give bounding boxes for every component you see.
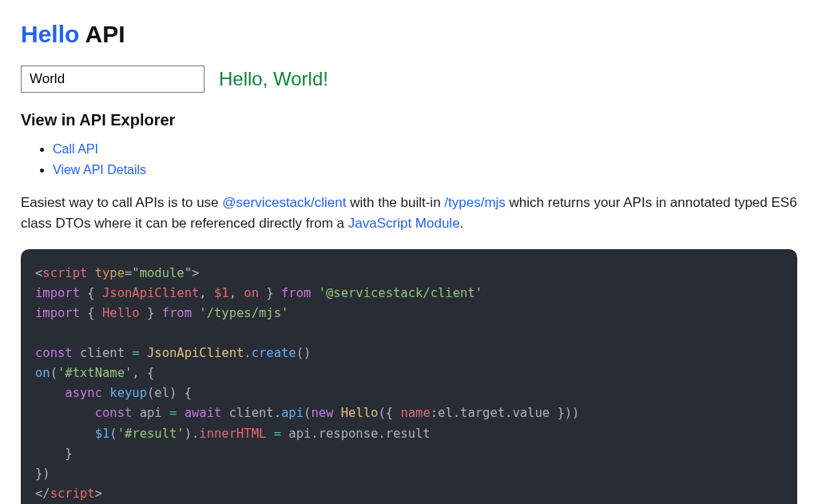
para-text: . — [460, 216, 464, 231]
intro-paragraph: Easiest way to call APIs is to use @serv… — [21, 192, 797, 235]
page-title: Hello API — [21, 16, 797, 52]
code-block: <script type="module"> import { JsonApiC… — [21, 249, 797, 504]
name-input[interactable] — [21, 65, 204, 93]
input-row: Hello, World! — [21, 65, 797, 93]
servicestack-client-link[interactable]: @servicestack/client — [222, 195, 346, 210]
explorer-links: Call API View API Details — [21, 140, 797, 180]
view-api-details-link[interactable]: View API Details — [53, 163, 146, 177]
result-text: Hello, World! — [219, 65, 328, 93]
title-word-hello: Hello — [21, 21, 79, 47]
code: <script type="module"> import { JsonApiC… — [35, 266, 579, 501]
title-word-api: API — [79, 21, 125, 47]
explorer-heading: View in API Explorer — [21, 108, 797, 132]
para-text: Easiest way to call APIs is to use — [21, 195, 222, 210]
para-text: with the built-in — [346, 195, 444, 210]
call-api-link[interactable]: Call API — [53, 142, 98, 156]
list-item: Call API — [53, 140, 797, 159]
javascript-module-link[interactable]: JavaScript Module — [348, 216, 460, 231]
list-item: View API Details — [53, 161, 797, 180]
types-mjs-link[interactable]: /types/mjs — [444, 195, 506, 210]
